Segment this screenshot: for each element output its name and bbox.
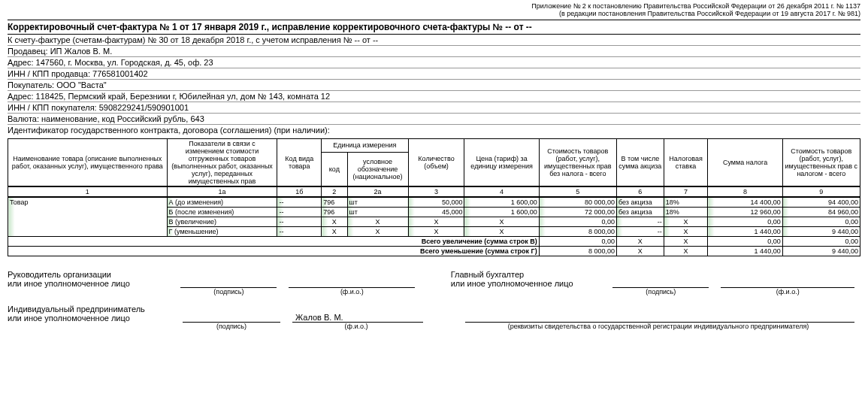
cap-req: (реквизиты свидетельства о государственн… bbox=[456, 323, 860, 330]
th-tax-rate: Налоговая ставка bbox=[664, 138, 708, 186]
th-sum-tax: Стоимость товаров (работ, услуг), имущес… bbox=[782, 138, 860, 186]
coln-1a: 1а bbox=[167, 186, 277, 197]
th-name: Наименование товара (описание выполненны… bbox=[8, 138, 168, 186]
seller: Продавец: ИП Жалов В. М. bbox=[8, 47, 860, 57]
th-price: Цена (тариф) за единицу измерения bbox=[464, 138, 539, 186]
sig-head-org-1: Руководитель организации bbox=[8, 270, 174, 279]
buyer-address: Адрес: 118425, Пермский край, Березники … bbox=[8, 92, 860, 102]
coln-3: 3 bbox=[408, 186, 464, 197]
document-title: Корректировочный счет-фактура № 1 от 17 … bbox=[8, 22, 860, 32]
sig-head-org-2: или иное уполномоченное лицо bbox=[8, 279, 174, 288]
cap-sign-3: (подпись) bbox=[177, 323, 286, 330]
th-unit-name: условное обозначение (национальное) bbox=[347, 152, 408, 186]
coln-7: 7 bbox=[664, 186, 708, 197]
cap-fio-2: (ф.и.о.) bbox=[715, 288, 860, 295]
th-qty: Количество (объем) bbox=[408, 138, 464, 186]
sig-acc-2: или иное уполномоченное лицо bbox=[451, 279, 606, 288]
th-sum-notax: Стоимость товаров (работ, услуг), имущес… bbox=[539, 138, 616, 186]
th-excise: В том числе сумма акциза bbox=[616, 138, 664, 186]
th-indicators: Показатели в связи с изменением стоимост… bbox=[167, 138, 277, 186]
coln-8: 8 bbox=[708, 186, 782, 197]
coln-1b: 1б bbox=[277, 186, 322, 197]
coln-2: 2 bbox=[322, 186, 347, 197]
ref-invoice: К счету-фактуре (счетам-фактурам) № 30 о… bbox=[8, 35, 860, 46]
th-unit-code: код bbox=[322, 152, 347, 186]
cap-sign-2: (подпись) bbox=[606, 288, 715, 295]
coln-5: 5 bbox=[539, 186, 616, 197]
seller-inn: ИНН / КПП продавца: 776581001402 bbox=[8, 69, 860, 80]
cap-sign-1: (подпись) bbox=[174, 288, 283, 295]
coln-1: 1 bbox=[8, 186, 168, 197]
buyer: Покупатель: ООО "Васта" bbox=[8, 80, 860, 91]
sig-ip-fio: Жалов В. М. bbox=[292, 313, 423, 323]
seller-address: Адрес: 147560, г. Москва, ул. Городская,… bbox=[8, 58, 860, 68]
coln-4: 4 bbox=[464, 186, 539, 197]
total-row: Всего увеличение (сумма строк В)0,00ХХ0,… bbox=[8, 236, 860, 246]
invoice-table: Наименование товара (описание выполненны… bbox=[8, 138, 860, 256]
table-row: ТоварА (до изменения)--796шт50,0001 600,… bbox=[8, 197, 860, 208]
total-row: Всего уменьшение (сумма строк Г)8 000,00… bbox=[8, 246, 860, 256]
buyer-inn: ИНН / КПП покупателя: 5908229241/5909010… bbox=[8, 103, 860, 114]
coln-6: 6 bbox=[616, 186, 664, 197]
coln-2a: 2а bbox=[347, 186, 408, 197]
th-unit: Единица измерения bbox=[322, 138, 408, 152]
th-kvt: Код вида товара bbox=[277, 138, 322, 186]
coln-9: 9 bbox=[782, 186, 860, 197]
contract-id: Идентификатор государственного контракта… bbox=[8, 126, 860, 135]
th-tax-sum: Сумма налога bbox=[708, 138, 782, 186]
sig-ip-2: или иное уполномоченное лицо bbox=[8, 314, 177, 323]
currency: Валюта: наименование, код Российский руб… bbox=[8, 114, 860, 125]
sig-acc-1: Главный бухгалтер bbox=[451, 270, 606, 279]
cap-fio-1: (ф.и.о.) bbox=[283, 288, 421, 295]
appendix-note-2: (в редакции постановления Правительства … bbox=[8, 11, 860, 18]
cap-fio-3: (ф.и.о.) bbox=[286, 323, 426, 330]
sig-ip-1: Индивидуальный предприниматель bbox=[8, 305, 177, 314]
